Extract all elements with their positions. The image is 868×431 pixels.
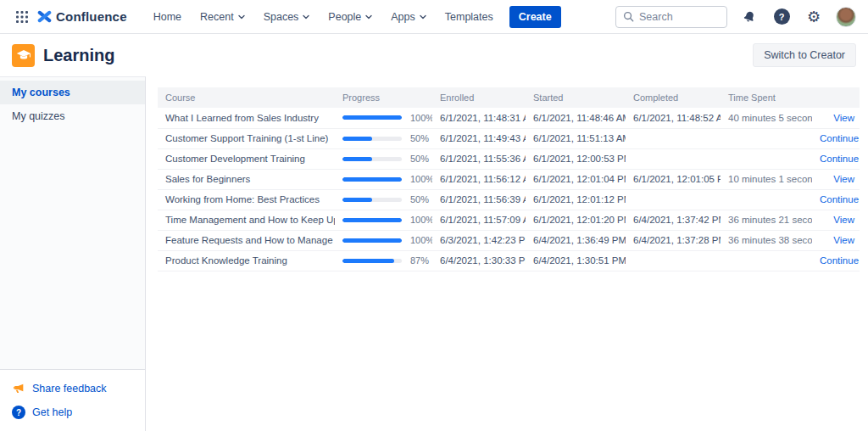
table-row: Customer Development Training50%6/1/2021… — [158, 148, 860, 169]
megaphone-icon — [12, 382, 25, 395]
started-date: 6/1/2021, 12:01:12 PM — [526, 189, 626, 210]
started-date: 6/1/2021, 12:01:04 PM — [526, 169, 626, 189]
courses-table: CourseProgressEnrolledStartedCompletedTi… — [158, 87, 860, 271]
nav-item-apps[interactable]: Apps — [383, 7, 434, 27]
completed-date — [626, 250, 721, 271]
user-avatar[interactable] — [836, 7, 856, 27]
sidebar-item-my-courses[interactable]: My courses — [0, 81, 145, 104]
progress-percent: 50% — [410, 133, 429, 143]
progress-cell: 100% — [335, 230, 432, 250]
course-name: Customer Support Training (1-st Line) — [158, 128, 335, 148]
gear-icon: ⚙ — [807, 9, 821, 25]
nav-item-recent[interactable]: Recent — [192, 7, 253, 27]
search-input[interactable] — [639, 11, 715, 23]
continue-link[interactable]: Continue — [820, 194, 859, 204]
progress-bar-fill — [342, 238, 402, 243]
table-body: What I Learned from Sales Industry100%6/… — [158, 108, 860, 271]
notifications-button[interactable] — [739, 7, 760, 27]
nav-item-label: Recent — [200, 11, 234, 23]
progress-bar-fill — [342, 218, 402, 222]
progress-bar-fill — [342, 259, 394, 263]
view-link[interactable]: View — [833, 174, 854, 184]
confluence-logo[interactable]: Confluence — [37, 9, 127, 24]
time-spent — [721, 189, 812, 210]
continue-link[interactable]: Continue — [820, 154, 859, 164]
time-spent: 10 minutes 1 second — [721, 169, 812, 189]
share-feedback-link[interactable]: Share feedback — [0, 377, 145, 400]
progress-bar — [342, 115, 402, 120]
nav-item-home[interactable]: Home — [146, 7, 189, 27]
table-row: Sales for Beginners100%6/1/2021, 11:56:1… — [158, 169, 860, 189]
action-cell: Continue — [812, 128, 860, 148]
started-date: 6/1/2021, 11:48:46 AM — [526, 108, 626, 128]
started-date: 6/1/2021, 12:01:20 PM — [526, 210, 626, 230]
progress-bar — [342, 218, 402, 222]
continue-link[interactable]: Continue — [820, 255, 859, 266]
settings-button[interactable]: ⚙ — [804, 7, 824, 27]
action-cell: Continue — [812, 148, 860, 169]
progress-cell: 100% — [335, 108, 432, 128]
progress-cell: 50% — [335, 128, 432, 148]
nav-item-label: Home — [153, 11, 181, 23]
page-body: My coursesMy quizzes Share feedback ? Ge… — [0, 76, 868, 431]
completed-date — [626, 128, 721, 148]
main-content: CourseProgressEnrolledStartedCompletedTi… — [146, 76, 868, 431]
learning-app-icon — [12, 44, 35, 67]
nav-item-people[interactable]: People — [320, 7, 380, 27]
table-row: Feature Requests and How to Manage them1… — [158, 230, 860, 250]
progress-bar-fill — [342, 157, 372, 161]
table-row: Time Management and How to Keep Up100%6/… — [158, 210, 860, 230]
course-name: What I Learned from Sales Industry — [158, 108, 335, 128]
share-feedback-label: Share feedback — [32, 383, 107, 395]
continue-link[interactable]: Continue — [820, 133, 859, 143]
search-box[interactable] — [615, 6, 727, 28]
search-icon — [623, 11, 634, 22]
action-cell: View — [812, 108, 860, 128]
progress-cell: 50% — [335, 148, 432, 169]
completed-date: 6/4/2021, 1:37:28 PM — [626, 230, 721, 250]
help-button[interactable]: ? — [771, 7, 792, 27]
nav-item-label: People — [328, 11, 361, 23]
view-link[interactable]: View — [833, 113, 854, 123]
completed-date — [626, 189, 721, 210]
completed-date: 6/1/2021, 12:01:05 PM — [626, 169, 721, 189]
column-header: Progress — [335, 87, 432, 108]
sidebar-item-my-quizzes[interactable]: My quizzes — [0, 104, 145, 128]
time-spent — [721, 250, 812, 271]
nav-item-label: Spaces — [264, 11, 299, 23]
progress-bar — [342, 137, 402, 141]
confluence-logo-icon — [37, 9, 52, 24]
enrolled-date: 6/1/2021, 11:48:31 AM — [432, 108, 526, 128]
progress-bar — [342, 259, 402, 263]
switch-to-creator-button[interactable]: Switch to Creator — [753, 43, 856, 67]
column-header: Started — [526, 87, 626, 108]
top-navigation-bar: Confluence HomeRecentSpacesPeopleAppsTem… — [0, 0, 868, 34]
chevron-down-icon — [238, 14, 245, 20]
progress-percent: 100% — [410, 113, 432, 123]
progress-bar-fill — [342, 177, 402, 182]
action-cell: Continue — [812, 189, 860, 210]
enrolled-date: 6/1/2021, 11:49:43 AM — [432, 128, 526, 148]
get-help-label: Get help — [32, 406, 72, 418]
create-button[interactable]: Create — [509, 6, 561, 28]
course-name: Sales for Beginners — [158, 169, 335, 189]
nav-item-templates[interactable]: Templates — [437, 7, 501, 27]
nav-items: HomeRecentSpacesPeopleAppsTemplates — [146, 7, 501, 27]
progress-percent: 100% — [410, 215, 432, 225]
view-link[interactable]: View — [833, 215, 854, 225]
progress-cell: 100% — [335, 210, 432, 230]
bell-icon — [742, 9, 757, 25]
progress-cell: 50% — [335, 189, 432, 210]
app-switcher-icon[interactable] — [12, 7, 32, 27]
time-spent — [721, 148, 812, 169]
progress-percent: 50% — [410, 154, 429, 164]
course-name: Product Knowledge Training — [158, 250, 335, 271]
page-header: Learning Switch to Creator — [0, 34, 868, 76]
get-help-link[interactable]: ? Get help — [0, 400, 145, 424]
started-date: 6/1/2021, 12:00:53 PM — [526, 148, 626, 169]
view-link[interactable]: View — [833, 235, 854, 245]
course-name: Working from Home: Best Practices — [158, 189, 335, 210]
nav-item-spaces[interactable]: Spaces — [256, 7, 318, 27]
progress-percent: 87% — [410, 255, 429, 266]
column-header: Course — [158, 87, 335, 108]
